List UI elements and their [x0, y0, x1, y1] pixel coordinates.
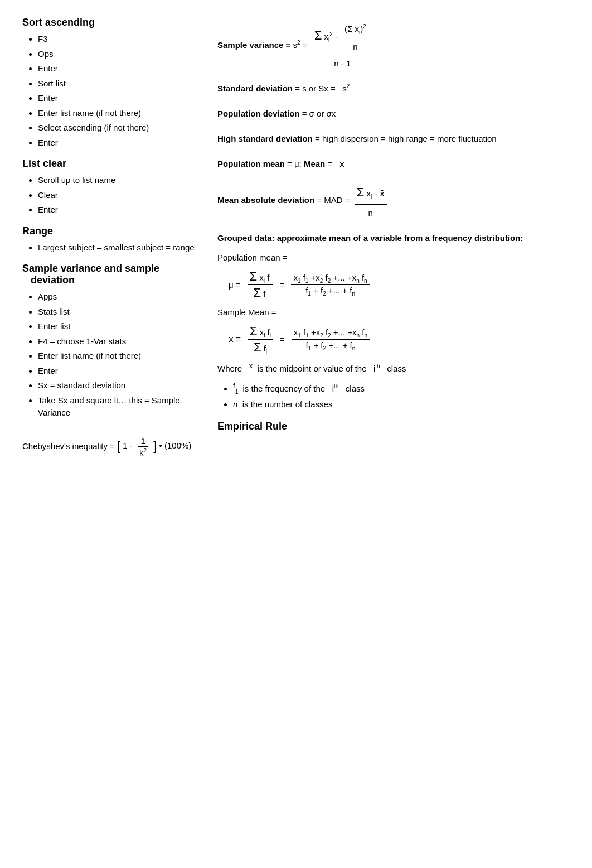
chebyshev-fraction: 1 k2	[137, 436, 149, 457]
mad-eq: = MAD =	[317, 195, 352, 205]
population-deviation-line: Population deviation = σ or σx	[217, 106, 570, 121]
sample-mean-eq: Sample Mean =	[217, 305, 570, 320]
list-clear-heading: List clear	[22, 158, 195, 170]
chebyshev-label: Chebyshev's inequality =	[22, 441, 115, 450]
list-item: Take Sx and square it… this = Sample Var…	[38, 394, 195, 419]
sample-variance-heading: Sample variance and sample deviation	[22, 263, 195, 286]
list-item: Enter list name (if not there)	[38, 107, 195, 120]
sample-variance-formula-line: Sample variance = s2 = Σ xi2 - (Σ xi)2 n…	[217, 21, 570, 71]
mad-label: Mean absolute deviation	[217, 195, 314, 205]
list-item: Sx = standard deviation	[38, 379, 195, 392]
where-list: f1 is the frequency of the ith class n i…	[233, 380, 570, 411]
grouped-heading: Grouped data: approximate mean of a vari…	[217, 230, 570, 245]
empirical-rule-heading: Empirical Rule	[217, 421, 570, 432]
grouped-data-section: Grouped data: approximate mean of a vari…	[217, 230, 570, 411]
high-sd-line: High standard deviation = high dispersio…	[217, 131, 570, 146]
mad-section: Mean absolute deviation = MAD = Σ xi - x…	[217, 181, 570, 220]
standard-deviation-text: = s or Sx =	[295, 84, 336, 93]
list-item: Scroll up to list name	[38, 174, 195, 187]
page-layout: Sort ascending F3 Ops Enter Sort list En…	[22, 17, 570, 457]
high-sd-label: High standard deviation	[217, 134, 313, 143]
list-clear-list: Scroll up to list name Clear Enter	[38, 174, 195, 216]
chebyshev-formula: [ 1 - 1 k2 ] • (100%)	[117, 441, 191, 450]
mu-fraction-2: x1 f1 +x2 f2 +... +xn fn f1 + f2 +... + …	[291, 273, 369, 297]
sample-variance-formula-label: Sample variance =	[217, 40, 290, 50]
list-item: Sort list	[38, 78, 195, 90]
list-item: Clear	[38, 189, 195, 202]
high-sd-section: High standard deviation = high dispersio…	[217, 131, 570, 146]
range-heading: Range	[22, 225, 195, 237]
right-column: Sample variance = s2 = Σ xi2 - (Σ xi)2 n…	[217, 17, 570, 457]
standard-deviation-label: Standard deviation	[217, 84, 293, 93]
list-item: Enter list name (if not there)	[38, 350, 195, 363]
chebyshev-section: Chebyshev's inequality = [ 1 - 1 k2 ] • …	[22, 436, 195, 457]
where-x: x	[249, 361, 253, 370]
sort-ascending-list: F3 Ops Enter Sort list Enter Enter list …	[38, 33, 195, 149]
sort-ascending-section: Sort ascending F3 Ops Enter Sort list En…	[22, 17, 195, 149]
mu-fraction: Σ xi fi Σ fi	[248, 269, 273, 300]
high-sd-text: = high dispersion = high range = more fl…	[315, 134, 497, 143]
population-deviation-section: Population deviation = σ or σx	[217, 106, 570, 121]
n-item: n is the number of classes	[233, 398, 570, 411]
list-item: Enter	[38, 92, 195, 105]
list-item: Enter list	[38, 320, 195, 333]
mean-label: Mean	[304, 159, 325, 168]
sample-variance-section: Sample variance and sample deviation App…	[22, 263, 195, 419]
mu-formula: μ = Σ xi fi Σ fi = x1 f1 +x2 f2 +... +xn…	[229, 269, 570, 300]
f1-item: f1 is the frequency of the ith class	[233, 380, 570, 396]
list-item: Ops	[38, 48, 195, 61]
empirical-rule-section: Empirical Rule	[217, 421, 570, 432]
range-section: Range Largest subject – smallest subject…	[22, 225, 195, 254]
list-item: Enter	[38, 365, 195, 378]
list-item: Enter	[38, 137, 195, 150]
population-deviation-text: = σ or σx	[302, 109, 336, 118]
pop-mean-eq: Population mean =	[217, 250, 570, 265]
list-item: Stats list	[38, 306, 195, 319]
population-mean-section: Population mean = μ; Mean = x̄	[217, 156, 570, 171]
where-line: Where x is the midpoint or value of the …	[217, 359, 570, 376]
sample-variance-fraction: Σ xi2 - (Σ xi)2 n n - 1	[312, 21, 373, 71]
x-formula: x̄ = Σ xi fi Σ fi = x1 f1 +x2 f2 +... +x…	[229, 324, 570, 355]
range-list: Largest subject – smallest subject = ran…	[38, 242, 195, 254]
list-item: Enter	[38, 62, 195, 75]
list-item: Enter	[38, 204, 195, 216]
bracket-right: ]	[153, 440, 157, 454]
mad-fraction: Σ xi - x̄ n	[355, 181, 387, 220]
sample-variance-formula-section: Sample variance = s2 = Σ xi2 - (Σ xi)2 n…	[217, 21, 570, 71]
list-item: Largest subject – smallest subject = ran…	[38, 242, 195, 254]
population-mean-label: Population mean	[217, 159, 285, 168]
standard-deviation-line: Standard deviation = s or Sx = s2	[217, 81, 570, 96]
list-item: Apps	[38, 291, 195, 303]
list-item: F4 – choose 1-Var stats	[38, 335, 195, 348]
population-deviation-label: Population deviation	[217, 109, 300, 118]
x-fraction: Σ xi fi Σ fi	[248, 324, 273, 355]
population-mean-line: Population mean = μ; Mean = x̄	[217, 156, 570, 171]
x-fraction-2: x1 f1 +x2 f2 +... +xn fn f1 + f2 +... + …	[292, 327, 370, 351]
sort-ascending-heading: Sort ascending	[22, 17, 195, 28]
mad-line: Mean absolute deviation = MAD = Σ xi - x…	[217, 181, 570, 220]
population-mean-eq: = μ;	[287, 159, 304, 168]
sample-variance-list: Apps Stats list Enter list F4 – choose 1…	[38, 291, 195, 419]
left-column: Sort ascending F3 Ops Enter Sort list En…	[22, 17, 195, 457]
bracket-left: [	[117, 440, 120, 454]
list-clear-section: List clear Scroll up to list name Clear …	[22, 158, 195, 216]
standard-deviation-section: Standard deviation = s or Sx = s2	[217, 81, 570, 96]
list-item: F3	[38, 33, 195, 46]
list-item: Select ascending (if not there)	[38, 122, 195, 134]
